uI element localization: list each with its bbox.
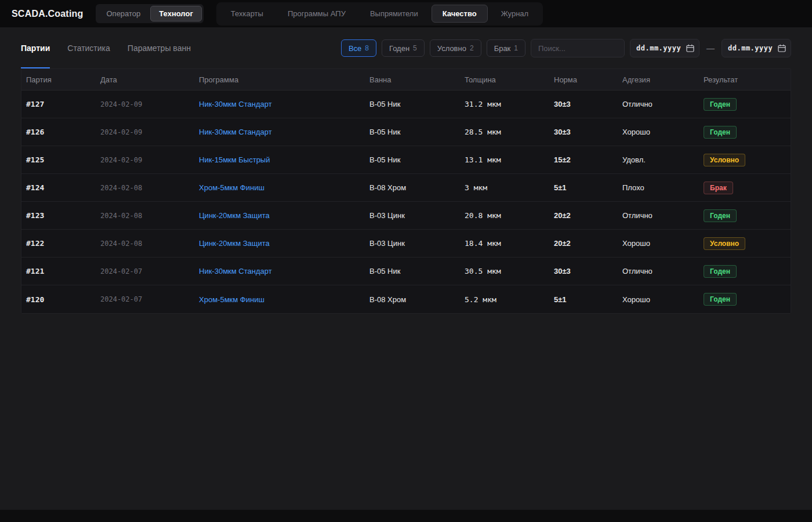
filter-count: 5 <box>413 44 417 52</box>
date-to-input[interactable] <box>728 44 774 52</box>
table-row[interactable]: #120 2024-02-07 Хром-5мкм Финиш В-08 Хро… <box>21 285 791 313</box>
bath-name: В-05 Ник <box>365 155 460 164</box>
result-badge: Годен <box>704 126 737 139</box>
date-from-field[interactable] <box>630 39 699 57</box>
program-link[interactable]: Ник-15мкм Быстрый <box>199 155 270 164</box>
thickness-value: 18.4 мкм <box>460 239 549 248</box>
table-header: Партия Дата Программа Ванна Толщина Норм… <box>21 69 791 90</box>
program-link[interactable]: Ник-30мкм Стандарт <box>199 128 272 136</box>
program-link[interactable]: Ник-30мкм Стандарт <box>199 267 272 276</box>
norm-value: 30±3 <box>549 128 618 136</box>
bath-name: В-08 Хром <box>365 183 460 192</box>
filter-count: 2 <box>470 44 474 52</box>
result-badge: Брак <box>704 182 733 194</box>
footer-bar <box>0 510 812 522</box>
tab-batches[interactable]: Партии <box>21 28 50 68</box>
batch-id: #127 <box>21 100 96 108</box>
batch-date: 2024-02-07 <box>96 295 194 303</box>
column-header-batch: Партия <box>21 75 96 84</box>
filter-all[interactable]: Все 8 <box>341 39 376 57</box>
result-badge: Годен <box>704 98 737 111</box>
batch-id: #120 <box>21 295 96 304</box>
program-link[interactable]: Хром-5мкм Финиш <box>199 295 264 304</box>
calendar-icon[interactable] <box>778 44 786 52</box>
adhesion-value: Хорошо <box>618 128 699 136</box>
program-link[interactable]: Хром-5мкм Финиш <box>199 183 264 192</box>
app-title: SCADA.Coating <box>12 9 83 19</box>
adhesion-value: Отлично <box>618 267 699 276</box>
toolbar: Партии Статистика Параметры ванн Все 8 Г… <box>0 28 812 68</box>
batch-date: 2024-02-08 <box>96 184 194 192</box>
main-nav: Техкарты Программы АПУ Выпрямители Качес… <box>216 2 543 26</box>
nav-item-journal[interactable]: Журнал <box>490 5 539 23</box>
bath-name: В-08 Хром <box>365 295 460 304</box>
table-row[interactable]: #123 2024-02-08 Цинк-20мкм Защита В-03 Ц… <box>21 202 791 230</box>
program-link[interactable]: Цинк-20мкм Защита <box>199 239 270 248</box>
result-badge: Годен <box>704 293 737 306</box>
adhesion-value: Хорошо <box>618 239 699 248</box>
table-row[interactable]: #121 2024-02-07 Ник-30мкм Стандарт В-05 … <box>21 258 791 285</box>
tab-bath-parameters[interactable]: Параметры ванн <box>128 28 191 68</box>
nav-item-techcards[interactable]: Техкарты <box>220 5 274 23</box>
table-row[interactable]: #124 2024-02-08 Хром-5мкм Финиш В-08 Хро… <box>21 174 791 202</box>
norm-value: 20±2 <box>549 211 618 220</box>
filter-label: Все <box>349 44 361 53</box>
app-header: SCADA.Coating Оператор Технолог Техкарты… <box>0 0 812 28</box>
batch-id: #124 <box>21 183 96 192</box>
table-row[interactable]: #126 2024-02-09 Ник-30мкм Стандарт В-05 … <box>21 118 791 146</box>
role-technologist-button[interactable]: Технолог <box>150 6 202 21</box>
calendar-icon[interactable] <box>686 44 694 52</box>
column-header-norm: Норма <box>549 75 618 84</box>
nav-item-apu-programs[interactable]: Программы АПУ <box>277 5 357 23</box>
table-row[interactable]: #125 2024-02-09 Ник-15мкм Быстрый В-05 Н… <box>21 146 791 174</box>
date-from-input[interactable] <box>636 44 683 52</box>
norm-value: 30±3 <box>549 100 618 108</box>
column-header-date: Дата <box>96 75 194 84</box>
role-operator-button[interactable]: Оператор <box>97 6 149 21</box>
filter-label: Годен <box>389 44 409 53</box>
norm-value: 30±3 <box>549 267 618 276</box>
adhesion-value: Хорошо <box>618 295 699 304</box>
batch-date: 2024-02-08 <box>96 212 194 220</box>
filter-reject[interactable]: Брак 1 <box>487 39 525 57</box>
program-link[interactable]: Ник-30мкм Стандарт <box>199 100 272 108</box>
filter-label: Брак <box>494 44 511 53</box>
column-header-adhesion: Адгезия <box>618 75 699 84</box>
adhesion-value: Отлично <box>618 100 699 108</box>
batch-id: #123 <box>21 211 96 220</box>
table-row[interactable]: #122 2024-02-08 Цинк-20мкм Защита В-03 Ц… <box>21 230 791 258</box>
adhesion-value: Отлично <box>618 211 699 220</box>
bath-name: В-05 Ник <box>365 100 460 108</box>
nav-item-quality[interactable]: Качество <box>432 5 488 23</box>
thickness-value: 13.1 мкм <box>460 155 549 164</box>
program-link[interactable]: Цинк-20мкм Защита <box>199 211 270 220</box>
tab-statistics[interactable]: Статистика <box>67 28 110 68</box>
thickness-value: 5.2 мкм <box>460 295 549 304</box>
norm-value: 5±1 <box>549 295 618 304</box>
column-header-thickness: Толщина <box>460 75 549 84</box>
batch-date: 2024-02-07 <box>96 267 194 276</box>
result-badge: Годен <box>704 265 737 278</box>
table-row[interactable]: #127 2024-02-09 Ник-30мкм Стандарт В-05 … <box>21 90 791 118</box>
sub-tabs: Партии Статистика Параметры ванн <box>21 28 191 68</box>
batch-date: 2024-02-09 <box>96 100 194 108</box>
search-input[interactable] <box>531 39 625 57</box>
filter-pass[interactable]: Годен 5 <box>382 39 425 57</box>
batch-date: 2024-02-09 <box>96 128 194 136</box>
column-header-result: Результат <box>699 75 791 84</box>
norm-value: 5±1 <box>549 183 618 192</box>
date-to-field[interactable] <box>722 39 791 57</box>
date-range-dash: — <box>706 44 715 53</box>
role-switch: Оператор Технолог <box>96 4 203 23</box>
adhesion-value: Удовл. <box>618 155 699 164</box>
filter-conditional[interactable]: Условно 2 <box>430 39 481 57</box>
column-header-program: Программа <box>194 75 365 84</box>
batch-date: 2024-02-08 <box>96 240 194 248</box>
filter-count: 1 <box>514 44 518 52</box>
thickness-value: 28.5 мкм <box>460 128 549 136</box>
nav-item-rectifiers[interactable]: Выпрямители <box>359 5 429 23</box>
batch-date: 2024-02-09 <box>96 156 194 164</box>
bath-name: В-03 Цинк <box>365 239 460 248</box>
result-badge: Условно <box>704 237 745 250</box>
filter-label: Условно <box>437 44 466 53</box>
